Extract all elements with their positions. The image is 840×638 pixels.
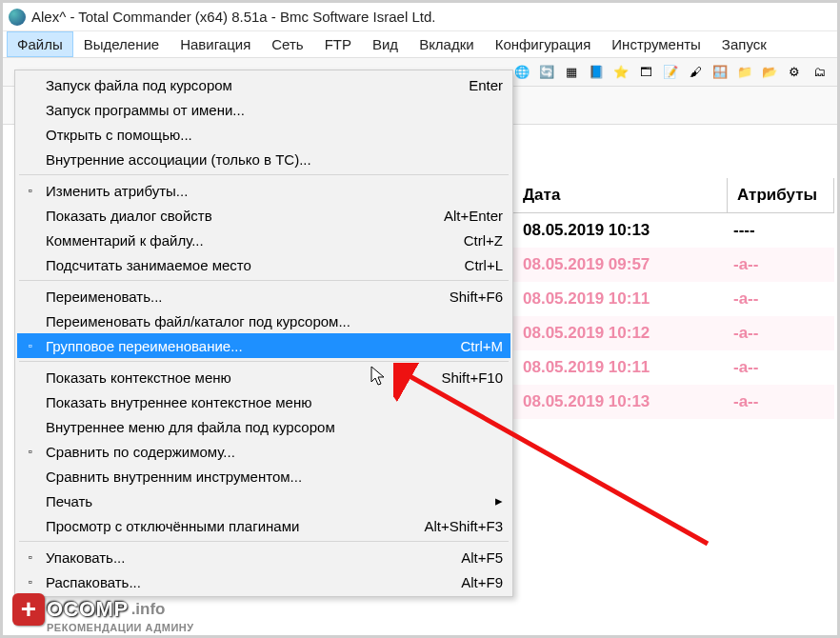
menu-item[interactable]: Просмотр с отключёнными плагинамиAlt+Shi…: [17, 513, 510, 538]
menu-запуск[interactable]: Запуск: [711, 31, 777, 57]
app-icon[interactable]: 🗔: [635, 62, 656, 83]
watermark-subtitle: РЕКОМЕНДАЦИИ АДМИНУ: [47, 622, 194, 633]
menu-item[interactable]: Подсчитать занимаемое местоCtrl+L: [17, 252, 510, 277]
file-row[interactable]: 08.05.2019 10:13-a--: [513, 385, 834, 419]
panel-header: Дата Атрибуты: [513, 178, 834, 213]
folder-green-icon[interactable]: 📁: [734, 62, 755, 83]
cell-date: 08.05.2019 10:11: [513, 358, 728, 377]
menu-separator: [19, 361, 509, 362]
menu-item[interactable]: Показать внутреннее контекстное меню: [17, 389, 510, 414]
menu-выделение[interactable]: Выделение: [73, 31, 170, 57]
watermark-suffix: .info: [131, 600, 166, 619]
notepad-icon[interactable]: 📝: [660, 62, 681, 83]
cell-date: 08.05.2019 10:11: [513, 289, 728, 309]
grid-icon[interactable]: ▦: [561, 62, 582, 83]
unpack-icon: ▫: [23, 574, 38, 589]
watermark: + OCOMP.info: [12, 593, 166, 626]
file-row[interactable]: 08.05.2019 10:11-a--: [513, 282, 834, 316]
pack-icon: ▫: [23, 549, 38, 565]
rename-icon: ▫: [23, 338, 38, 353]
column-header-attr[interactable]: Атрибуты: [728, 178, 834, 212]
files-menu-dropdown: Запуск файла под курсоромEnterЗапуск про…: [14, 70, 513, 597]
menu-item-label: Печать: [46, 493, 92, 509]
menu-вкладки[interactable]: Вкладки: [409, 31, 485, 57]
menu-item[interactable]: Внутреннее меню для файла под курсором: [17, 414, 510, 439]
menu-сеть[interactable]: Сеть: [261, 31, 313, 57]
menu-item-shortcut: Ctrl+L: [465, 257, 503, 273]
cell-date: 08.05.2019 10:12: [513, 324, 728, 343]
window-title: Alex^ - Total Commander (x64) 8.51a - Bm…: [31, 9, 435, 25]
menu-item-label: Показать диалог свойств: [46, 208, 212, 224]
app-icon: [9, 9, 26, 26]
menu-item-label: Внутренние ассоциации (только в TC)...: [46, 151, 311, 168]
menu-item-label: Упаковать...: [46, 549, 125, 566]
menu-файлы[interactable]: Файлы: [7, 31, 73, 57]
menu-bar: ФайлыВыделениеНавигацияСетьFTPВидВкладки…: [3, 31, 837, 58]
menu-item[interactable]: ▫Групповое переименование...Ctrl+M: [17, 333, 510, 358]
globe-icon[interactable]: 🌐: [511, 62, 532, 83]
menu-item-label: Показать контекстное меню: [46, 369, 231, 386]
menu-item-label: Распаковать...: [46, 574, 141, 590]
menu-item-shortcut: Ctrl+M: [460, 338, 503, 354]
props-icon: ▫: [23, 183, 38, 198]
file-row[interactable]: 08.05.2019 10:13----: [513, 213, 834, 248]
menu-инструменты[interactable]: Инструменты: [601, 31, 711, 57]
menu-item[interactable]: ▫Изменить атрибуты...: [17, 178, 510, 203]
window-icon[interactable]: 🪟: [710, 62, 730, 83]
menu-конфигурация[interactable]: Конфигурация: [485, 31, 602, 57]
menu-item[interactable]: Комментарий к файлу...Ctrl+Z: [17, 228, 510, 252]
menu-item-label: Переименовать файл/каталог под курсором.…: [46, 313, 350, 329]
menu-item-label: Сравнить внутренним инструментом...: [46, 469, 302, 485]
menu-item[interactable]: Запуск программы от имени...: [17, 97, 510, 122]
menu-item[interactable]: Показать диалог свойствAlt+Enter: [17, 203, 510, 228]
column-header-date[interactable]: Дата: [513, 178, 728, 212]
menu-item-shortcut: Alt+F9: [461, 574, 503, 590]
palette-icon[interactable]: 🖌: [685, 62, 706, 83]
menu-item-shortcut: Alt+Enter: [444, 208, 503, 224]
menu-item[interactable]: ▫Распаковать...Alt+F9: [17, 569, 510, 594]
menu-item[interactable]: Запуск файла под курсоромEnter: [17, 72, 510, 97]
refresh-icon[interactable]: 🔄: [536, 62, 557, 83]
menu-item-shortcut: Enter: [469, 77, 503, 93]
menu-separator: [19, 280, 509, 281]
menu-item-shortcut: Shift+F10: [441, 369, 503, 386]
menu-вид[interactable]: Вид: [362, 31, 409, 57]
menu-item[interactable]: Переименовать...Shift+F6: [17, 284, 510, 309]
cell-attr: -a--: [728, 324, 834, 343]
menu-item-label: Внутреннее меню для файла под курсором: [46, 419, 335, 435]
menu-item[interactable]: Сравнить внутренним инструментом...: [17, 464, 510, 488]
folder-yellow-icon[interactable]: 📂: [759, 62, 780, 83]
compare-icon: ▫: [23, 444, 38, 459]
menu-item-label: Изменить атрибуты...: [46, 183, 188, 199]
watermark-badge-icon: +: [12, 593, 45, 626]
menu-item-label: Просмотр с отключёнными плагинами: [46, 518, 299, 534]
file-row[interactable]: 08.05.2019 10:11-a--: [513, 350, 834, 385]
menu-item-label: Показать внутреннее контекстное меню: [46, 394, 312, 410]
menu-item[interactable]: Переименовать файл/каталог под курсором.…: [17, 309, 510, 333]
menu-навигация[interactable]: Навигация: [170, 31, 261, 57]
menu-item[interactable]: Показать контекстное менюShift+F10: [17, 365, 510, 389]
gear-icon[interactable]: ⚙: [784, 62, 805, 83]
menu-item[interactable]: ▫Сравнить по содержимому...: [17, 439, 510, 464]
menu-item[interactable]: Внутренние ассоциации (только в TC)...: [17, 147, 510, 171]
stack-icon[interactable]: 🗂: [809, 62, 830, 83]
menu-item-shortcut: Shift+F6: [450, 289, 503, 305]
menu-item-label: Сравнить по содержимому...: [46, 444, 235, 460]
file-row[interactable]: 08.05.2019 10:12-a--: [513, 316, 834, 350]
cell-attr: -a--: [728, 392, 834, 411]
star-icon[interactable]: ⭐: [610, 62, 631, 83]
file-row[interactable]: 08.05.2019 09:57-a--: [513, 248, 834, 282]
menu-item-label: Комментарий к файлу...: [46, 232, 204, 249]
menu-item[interactable]: Печать▸: [17, 488, 510, 513]
cell-date: 08.05.2019 10:13: [513, 221, 728, 240]
menu-item[interactable]: ▫Упаковать...Alt+F5: [17, 545, 510, 569]
menu-item[interactable]: Открыть с помощью...: [17, 122, 510, 147]
menu-item-shortcut: Alt+F5: [461, 549, 503, 566]
menu-ftp[interactable]: FTP: [314, 31, 362, 57]
book-icon[interactable]: 📘: [586, 62, 607, 83]
menu-separator: [19, 541, 509, 542]
menu-item-label: Запуск программы от имени...: [46, 102, 245, 118]
menu-item-label: Подсчитать занимаемое место: [46, 257, 251, 273]
watermark-brand: OCOMP: [47, 597, 129, 622]
cell-attr: -a--: [728, 255, 834, 274]
